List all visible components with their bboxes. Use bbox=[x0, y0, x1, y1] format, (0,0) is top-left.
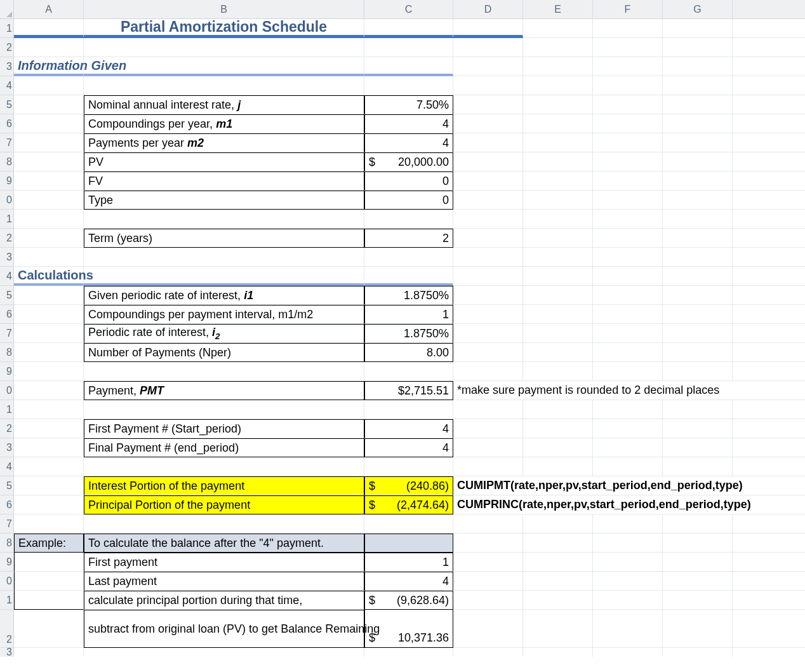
cell[interactable] bbox=[523, 534, 593, 553]
cell[interactable] bbox=[84, 76, 364, 95]
info-rate-value[interactable]: 7.50% bbox=[364, 95, 453, 114]
cell-C1[interactable] bbox=[364, 19, 453, 38]
cell[interactable] bbox=[593, 438, 663, 457]
info-fv-value[interactable]: 0 bbox=[364, 171, 453, 191]
cell[interactable] bbox=[14, 114, 84, 133]
cell[interactable] bbox=[733, 457, 805, 476]
row-header[interactable]: 8 bbox=[0, 152, 14, 171]
cell[interactable] bbox=[364, 38, 453, 57]
calc-interest-formula[interactable]: CUMIPMT(rate,nper,pv,start_period,end_pe… bbox=[453, 476, 523, 495]
calc-interest-label[interactable]: Interest Portion of the payment bbox=[84, 476, 364, 495]
cell[interactable] bbox=[593, 57, 663, 76]
example-heading-b[interactable]: To calculate the balance after the "4" p… bbox=[84, 534, 364, 553]
cell[interactable] bbox=[593, 514, 663, 534]
col-header-C[interactable]: C bbox=[364, 0, 453, 19]
calc-pmt-note[interactable]: *make sure payment is rounded to 2 decim… bbox=[453, 381, 523, 400]
row-header[interactable]: 2 bbox=[0, 610, 14, 648]
cell[interactable] bbox=[663, 210, 733, 229]
cell[interactable] bbox=[453, 610, 523, 648]
cell[interactable] bbox=[14, 305, 84, 324]
col-header-E[interactable]: E bbox=[523, 0, 593, 19]
example-last-label[interactable]: Last payment bbox=[84, 572, 364, 591]
spreadsheet-grid[interactable]: A B C D E F G 1 Partial Amortization Sch… bbox=[0, 0, 805, 667]
info-type-value[interactable]: 0 bbox=[364, 191, 453, 210]
cell[interactable] bbox=[523, 191, 593, 210]
cell[interactable] bbox=[663, 648, 733, 657]
cell[interactable] bbox=[663, 191, 733, 210]
cell[interactable] bbox=[663, 362, 733, 381]
example-calcprin-value[interactable]: $(9,628.64) bbox=[364, 591, 453, 610]
info-comp-value[interactable]: 4 bbox=[364, 114, 453, 133]
cell[interactable] bbox=[663, 343, 733, 362]
cell[interactable] bbox=[364, 457, 453, 476]
cell[interactable] bbox=[733, 191, 805, 210]
calc-pmt-value[interactable]: $2,715.51 bbox=[364, 381, 453, 400]
cell[interactable] bbox=[663, 419, 733, 438]
cell[interactable] bbox=[84, 38, 364, 57]
calc-nper-value[interactable]: 8.00 bbox=[364, 343, 453, 362]
row-header[interactable]: 3 bbox=[0, 648, 14, 657]
row-header[interactable]: 0 bbox=[0, 191, 14, 210]
calc-periodic-rate-label[interactable]: Periodic rate of interest, i2 bbox=[84, 324, 364, 343]
cell[interactable] bbox=[593, 229, 663, 248]
cell[interactable] bbox=[364, 76, 453, 95]
cell[interactable] bbox=[663, 248, 733, 267]
calc-principal-label[interactable]: Principal Portion of the payment bbox=[84, 495, 364, 514]
cell[interactable] bbox=[453, 286, 523, 305]
row-header[interactable]: 1 bbox=[0, 19, 14, 38]
cell[interactable] bbox=[663, 591, 733, 610]
cell[interactable] bbox=[523, 248, 593, 267]
cell[interactable] bbox=[593, 648, 663, 657]
row-header[interactable]: 5 bbox=[0, 286, 14, 305]
cell[interactable] bbox=[14, 229, 84, 248]
cell[interactable] bbox=[733, 76, 805, 95]
cell[interactable] bbox=[523, 324, 593, 343]
cell[interactable] bbox=[593, 610, 663, 648]
info-fv-label[interactable]: FV bbox=[84, 171, 364, 191]
cell[interactable] bbox=[523, 133, 593, 152]
cell[interactable] bbox=[663, 229, 733, 248]
cell[interactable] bbox=[733, 286, 805, 305]
cell[interactable] bbox=[593, 343, 663, 362]
cell[interactable] bbox=[593, 152, 663, 171]
cell-G1[interactable] bbox=[663, 19, 733, 38]
cell[interactable] bbox=[453, 152, 523, 171]
cell[interactable] bbox=[453, 305, 523, 324]
cell[interactable] bbox=[14, 476, 84, 495]
cell[interactable] bbox=[84, 267, 364, 286]
info-term-value[interactable]: 2 bbox=[364, 229, 453, 248]
cell[interactable] bbox=[14, 438, 84, 457]
cell[interactable] bbox=[733, 591, 805, 610]
cell[interactable] bbox=[593, 534, 663, 553]
example-balance-label[interactable]: subtract from original loan (PV) to get … bbox=[84, 610, 364, 648]
cell[interactable] bbox=[364, 514, 453, 534]
info-term-label[interactable]: Term (years) bbox=[84, 229, 364, 248]
cell[interactable] bbox=[14, 133, 84, 152]
row-header[interactable]: 1 bbox=[0, 400, 14, 419]
cell[interactable] bbox=[593, 133, 663, 152]
calc-given-rate-value[interactable]: 1.8750% bbox=[364, 286, 453, 305]
cell[interactable] bbox=[523, 305, 593, 324]
cell[interactable] bbox=[14, 553, 84, 572]
cell[interactable] bbox=[523, 210, 593, 229]
cell[interactable] bbox=[453, 171, 523, 191]
col-header-G[interactable]: G bbox=[663, 0, 733, 19]
calc-principal-value[interactable]: $(2,474.64) bbox=[364, 495, 453, 514]
cell[interactable] bbox=[14, 191, 84, 210]
col-header-F[interactable]: F bbox=[593, 0, 663, 19]
cell-F1[interactable] bbox=[593, 19, 663, 38]
section1-heading[interactable]: Information Given bbox=[14, 57, 84, 76]
row-header[interactable]: 6 bbox=[0, 495, 14, 514]
calc-final-label[interactable]: Final Payment # (end_period) bbox=[84, 438, 364, 457]
cell[interactable] bbox=[593, 210, 663, 229]
cell[interactable] bbox=[84, 362, 364, 381]
row-header[interactable]: 9 bbox=[0, 362, 14, 381]
cell[interactable] bbox=[733, 95, 805, 114]
example-calcprin-label[interactable]: calculate principal portion during that … bbox=[84, 591, 364, 610]
row-header[interactable]: 4 bbox=[0, 267, 14, 286]
cell[interactable] bbox=[733, 648, 805, 657]
cell[interactable] bbox=[14, 419, 84, 438]
cell-E1[interactable] bbox=[523, 19, 593, 38]
cell[interactable] bbox=[523, 514, 593, 534]
cell[interactable] bbox=[364, 400, 453, 419]
